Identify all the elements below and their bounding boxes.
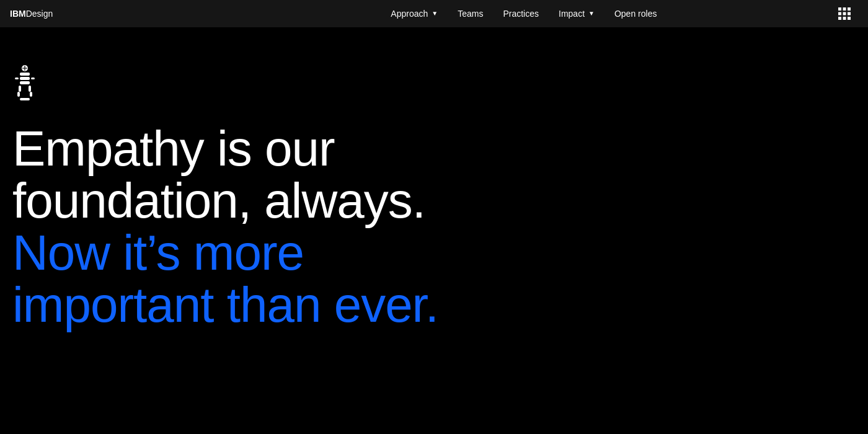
brand-logo[interactable]: IBM Design	[10, 9, 53, 19]
svg-rect-8	[848, 17, 851, 20]
grid-icon	[838, 7, 851, 20]
navbar: IBM Design Approach ▼ Teams Practices Im…	[0, 0, 868, 27]
svg-rect-18	[29, 86, 31, 92]
svg-rect-12	[20, 73, 30, 76]
svg-rect-20	[30, 92, 32, 97]
svg-rect-7	[843, 17, 846, 20]
ibm-design-icon	[12, 64, 37, 108]
ibm-bee-figure-icon	[14, 64, 36, 108]
svg-rect-21	[20, 98, 30, 100]
svg-rect-14	[20, 81, 30, 84]
svg-rect-4	[843, 12, 846, 16]
svg-rect-3	[838, 12, 841, 16]
nav-item-open-roles[interactable]: Open roles	[604, 0, 666, 27]
svg-rect-16	[31, 78, 35, 79]
brand-design: Design	[26, 9, 53, 19]
svg-rect-15	[15, 78, 19, 79]
svg-rect-6	[838, 17, 841, 20]
nav-link-teams[interactable]: Teams	[448, 0, 493, 27]
nav-item-practices[interactable]: Practices	[493, 0, 549, 27]
nav-links: Approach ▼ Teams Practices Impact ▼ Open…	[381, 0, 666, 27]
nav-item-teams[interactable]: Teams	[448, 0, 493, 27]
svg-rect-13	[20, 77, 30, 80]
nav-link-practices[interactable]: Practices	[493, 0, 549, 27]
nav-link-open-roles[interactable]: Open roles	[604, 0, 666, 27]
chevron-down-icon: ▼	[588, 0, 595, 27]
nav-item-approach[interactable]: Approach ▼	[381, 0, 448, 27]
svg-rect-19	[17, 92, 20, 97]
hero-section: Empathy is our foundation, always. Now i…	[0, 27, 868, 434]
hero-headline-blue: Now it’s more important than ever.	[12, 227, 508, 331]
svg-rect-1	[843, 7, 846, 11]
grid-menu-icon[interactable]	[831, 0, 858, 27]
chevron-down-icon: ▼	[432, 0, 438, 27]
nav-link-impact[interactable]: Impact ▼	[549, 0, 604, 27]
svg-rect-0	[838, 7, 841, 11]
nav-link-approach[interactable]: Approach ▼	[381, 0, 448, 27]
hero-headline-white: Empathy is our foundation, always.	[12, 123, 496, 227]
brand-ibm: IBM	[10, 9, 26, 19]
nav-item-impact[interactable]: Impact ▼	[549, 0, 604, 27]
svg-rect-5	[848, 12, 851, 16]
svg-rect-17	[19, 86, 21, 92]
svg-rect-2	[848, 7, 851, 11]
